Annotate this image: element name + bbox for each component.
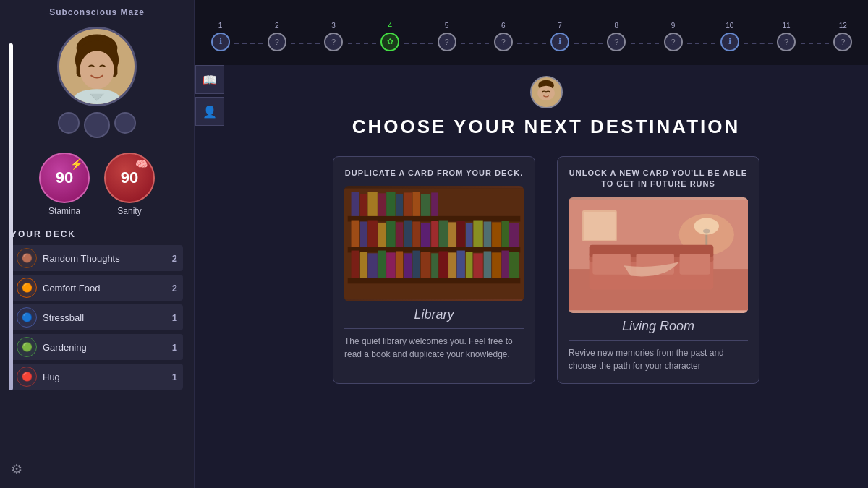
node-number: 2: [275, 22, 279, 30]
sidebar: Subconscious Maze: [0, 0, 195, 488]
path-connector: [744, 43, 772, 44]
sidebar-title: Subconscious Maze: [49, 7, 145, 17]
path-node[interactable]: 9 ?: [659, 22, 687, 51]
path-character-avatar: [530, 76, 563, 108]
deck-item-count: 2: [172, 253, 177, 264]
card-image-library: [344, 186, 524, 301]
sanity-label: Sanity: [117, 206, 141, 216]
stamina-circle: ⚡ 90: [39, 153, 90, 203]
path-connector: [234, 43, 263, 44]
node-icon-question: ?: [494, 33, 513, 51]
path-connector: [348, 43, 376, 44]
path-node[interactable]: 4 ✿: [376, 22, 404, 51]
deck-item-count: 1: [172, 312, 177, 323]
deck-item[interactable]: 🟢 Gardening 1: [11, 334, 183, 360]
node-icon-lotus: ✿: [380, 33, 399, 51]
book-icon: 📖: [203, 73, 217, 87]
deck-title: YOUR DECK: [11, 229, 183, 239]
bubble-main: [84, 112, 110, 138]
path-node[interactable]: 7 ℹ: [546, 22, 574, 51]
stamina-value: 90: [56, 168, 73, 187]
svg-point-9: [537, 86, 555, 100]
deck-item-icon: 🟤: [17, 248, 37, 268]
book-nav-button[interactable]: 📖: [195, 65, 224, 94]
deck-item-name: Stressball: [43, 312, 166, 323]
path-connector: [631, 43, 659, 44]
node-icon-info: ℹ: [550, 33, 569, 51]
deck-item-icon: 🟢: [17, 337, 37, 357]
path-node[interactable]: 11 ?: [773, 22, 801, 51]
node-icon-question: ?: [664, 33, 683, 51]
path-bar: 1 ℹ 2 ? 3 ? 4 ✿ 5 ? 6 ? 7 ℹ 8 ? 9 ? 10 ℹ…: [195, 0, 868, 65]
deck-item-count: 1: [172, 342, 177, 353]
destination-card-living-room[interactable]: UNLOCK A NEW CARD YOU'LL BE ABLE TO GET …: [557, 156, 760, 384]
sanity-stat: 🧠 90 Sanity: [104, 153, 155, 216]
path-node[interactable]: 12 ?: [829, 22, 857, 51]
path-node[interactable]: 5 ?: [433, 22, 461, 51]
cards-row: DUPLICATE A CARD FROM YOUR DECK.: [246, 156, 846, 384]
node-number: 12: [839, 22, 847, 30]
center-content: CHOOSE YOUR NEXT DESTINATION DUPLICATE A…: [195, 65, 868, 488]
avatar: [57, 27, 137, 106]
path-connector: [687, 43, 715, 44]
deck-item-count: 2: [172, 283, 177, 294]
main-content: 0.5.7 1 ℹ 2 ? 3 ? 4 ✿ 5 ? 6 ? 7 ℹ 8 ? 9 …: [195, 0, 868, 488]
node-icon-question: ?: [438, 33, 456, 51]
path-connector: [801, 43, 829, 44]
node-icon-question: ?: [833, 33, 852, 51]
card-description-library: The quiet library welcomes you. Feel fre…: [344, 335, 524, 361]
bubble-2: [114, 112, 136, 134]
path-node[interactable]: 1 ℹ: [206, 22, 234, 51]
svg-point-5: [80, 51, 114, 89]
node-number: 8: [615, 22, 619, 30]
deck-item-icon: 🟠: [17, 278, 37, 298]
node-icon-info: ℹ: [720, 33, 739, 51]
deck-item-name: Gardening: [43, 342, 166, 353]
svg-rect-79: [569, 200, 748, 310]
node-icon-question: ?: [268, 33, 286, 51]
stamina-label: Stamina: [48, 206, 80, 216]
node-icon-info: ℹ: [211, 33, 230, 51]
gear-icon: ⚙: [11, 462, 22, 476]
deck-item[interactable]: 🔴 Hug 1: [11, 364, 183, 390]
path-connector: [461, 43, 489, 44]
node-number: 10: [726, 22, 733, 30]
path-connector: [291, 43, 319, 44]
stats-row: ⚡ 90 Stamina 🧠 90 Sanity: [39, 153, 155, 216]
sanity-value: 90: [121, 168, 138, 187]
node-number: 6: [501, 22, 506, 30]
deck-item-name: Comfort Food: [43, 283, 166, 294]
settings-button[interactable]: ⚙: [11, 461, 22, 477]
card-name-library: Library: [344, 307, 524, 329]
deck-item[interactable]: 🔵 Stressball 1: [11, 304, 183, 330]
sanity-circle: 🧠 90: [104, 153, 155, 203]
node-icon-question: ?: [777, 33, 796, 51]
vertical-progress-bar: [9, 43, 13, 390]
path-node[interactable]: 3 ?: [320, 22, 348, 51]
deck-section: YOUR DECK 🟤 Random Thoughts 2 🟠 Comfort …: [0, 229, 194, 393]
deck-item[interactable]: 🟤 Random Thoughts 2: [11, 245, 183, 271]
deck-item-name: Random Thoughts: [43, 253, 166, 264]
node-icon-question: ?: [324, 33, 343, 51]
path-node[interactable]: 2 ?: [263, 22, 291, 51]
bubble-1: [58, 112, 80, 134]
deck-list: 🟤 Random Thoughts 2 🟠 Comfort Food 2 🔵 S…: [11, 245, 183, 390]
avatar-section: [57, 27, 137, 138]
side-nav: 📖 👤: [195, 65, 224, 126]
person-icon: 👤: [203, 105, 217, 119]
path-connector: [574, 43, 603, 44]
path-node[interactable]: 10 ℹ: [715, 22, 744, 51]
bubble-row: [58, 112, 136, 138]
card-label: UNLOCK A NEW CARD YOU'LL BE ABLE TO GET …: [569, 168, 748, 190]
path-node[interactable]: 8 ?: [603, 22, 631, 51]
destination-card-library[interactable]: DUPLICATE A CARD FROM YOUR DECK.: [333, 156, 535, 384]
node-number: 7: [558, 22, 562, 30]
path-node[interactable]: 6 ?: [489, 22, 517, 51]
destination-title: CHOOSE YOUR NEXT DESTINATION: [352, 116, 741, 138]
node-icon-question: ?: [607, 33, 626, 51]
deck-item[interactable]: 🟠 Comfort Food 2: [11, 275, 183, 301]
path-nodes: 1 ℹ 2 ? 3 ? 4 ✿ 5 ? 6 ? 7 ℹ 8 ? 9 ? 10 ℹ…: [206, 14, 857, 51]
person-nav-button[interactable]: 👤: [195, 97, 224, 126]
deck-item-icon: 🔵: [17, 307, 37, 328]
node-number: 11: [783, 22, 791, 30]
